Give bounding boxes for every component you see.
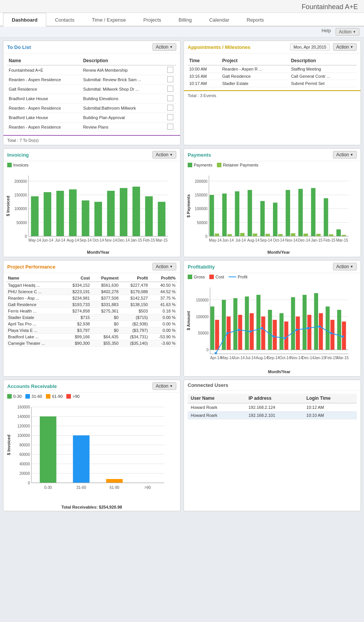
- svg-rect-66: [329, 234, 333, 236]
- table-row: Rearden - Aspen Residence Submittal:Bath…: [7, 104, 176, 113]
- svg-text:Dec-14: Dec-14: [302, 356, 314, 360]
- svg-rect-113: [330, 320, 334, 350]
- perf-col-payment: Payment: [91, 275, 120, 282]
- payments-header: Payments Action: [184, 149, 361, 161]
- svg-text:Jul-14: Jul-14: [55, 238, 66, 242]
- svg-rect-109: [308, 315, 312, 350]
- perf-profit-pct: 0.00 %: [149, 314, 177, 321]
- project-performance-action-button[interactable]: Action: [152, 263, 176, 270]
- appointments-action-button[interactable]: Action: [333, 43, 357, 51]
- table-row: April Tax Pro ... $2,938 $0 ($2,938) 0.0…: [6, 321, 177, 327]
- payments-legend-dot1: [188, 163, 192, 167]
- tab-contacts[interactable]: Contacts: [46, 13, 83, 27]
- svg-text:Jun-14: Jun-14: [222, 238, 234, 242]
- perf-col-profit-pct: Profit%: [149, 275, 177, 282]
- ar-legend-dot-gt-90: [66, 394, 71, 399]
- svg-text:Sep-14: Sep-14: [79, 238, 92, 242]
- app-header: Fountainhead A+E: [0, 0, 364, 13]
- perf-cost: $99,166: [63, 334, 91, 340]
- svg-text:0: 0: [25, 234, 27, 239]
- svg-text:Feb-15: Feb-15: [323, 238, 336, 242]
- payments-legend-payments: Payments: [188, 163, 212, 167]
- svg-text:150000: 150000: [14, 193, 27, 197]
- todo-name: Fountainhead A+E: [7, 65, 82, 75]
- svg-rect-19: [132, 187, 140, 236]
- connected-users-header: Connected Users: [184, 380, 361, 391]
- project-performance-scroll[interactable]: Name Cost Payment Profit Profit% Taggart…: [6, 275, 177, 347]
- invoicing-action-button[interactable]: Action: [152, 151, 176, 159]
- svg-text:Jul-14: Jul-14: [245, 356, 256, 360]
- svg-text:$ Payments: $ Payments: [186, 194, 191, 217]
- perf-profit-pct: 40.50 %: [149, 282, 177, 289]
- profitability-legend: Gross Cost Profit: [184, 273, 361, 281]
- project-performance-title: Project Performance: [7, 264, 55, 270]
- connected-users-table: User Name IP address Login Time Howard R…: [188, 394, 357, 419]
- svg-text:Jan-15: Jan-15: [130, 238, 142, 242]
- todo-checkbox[interactable]: [164, 65, 176, 75]
- help-link[interactable]: Help: [322, 28, 331, 36]
- svg-rect-11: [31, 196, 39, 236]
- toolbar: Help Action: [0, 27, 364, 38]
- todo-desc: Submittal: Review Brick Sam ...: [82, 75, 164, 85]
- svg-rect-110: [314, 293, 318, 350]
- svg-text:140000: 140000: [17, 415, 30, 419]
- perf-name: Stadler Estate: [6, 314, 63, 321]
- svg-rect-107: [296, 317, 300, 350]
- svg-rect-17: [107, 191, 115, 236]
- todo-body: Name Description Fountainhead A+E Renew …: [3, 53, 180, 135]
- perf-profit: ($3,797): [120, 327, 149, 334]
- svg-rect-106: [291, 297, 295, 350]
- ar-title: Accounts Receivable: [7, 383, 57, 389]
- svg-rect-20: [145, 196, 153, 236]
- svg-text:Nov-14: Nov-14: [105, 238, 117, 242]
- ar-action-button[interactable]: Action: [152, 382, 176, 390]
- ar-legend-dot-31-60: [25, 394, 30, 399]
- tab-reports[interactable]: Reports: [238, 13, 273, 27]
- svg-text:100000: 100000: [196, 315, 209, 319]
- table-row: Rearden - Aspen Residence Submittal: Rev…: [7, 75, 176, 85]
- svg-rect-93: [215, 320, 219, 350]
- todo-action-button[interactable]: Action: [152, 43, 176, 51]
- svg-rect-48: [215, 234, 219, 236]
- tab-calendar[interactable]: Calendar: [201, 13, 238, 27]
- svg-text:60000: 60000: [19, 452, 30, 457]
- profitability-action-button[interactable]: Action: [333, 263, 357, 270]
- svg-rect-105: [284, 322, 289, 350]
- profitability-legend-dot-cost: [209, 275, 214, 279]
- svg-text:Month/Year: Month/Year: [87, 250, 110, 254]
- tab-projects[interactable]: Projects: [135, 13, 170, 27]
- svg-rect-21: [158, 202, 165, 236]
- svg-text:May-14: May-14: [221, 356, 234, 360]
- toolbar-action-button[interactable]: Action: [336, 28, 359, 36]
- table-row: Rearden - Asp ... $234,981 $377,508 $142…: [6, 295, 177, 302]
- todo-checkbox[interactable]: [164, 123, 176, 132]
- table-row: 10:00 AM Rearden - Aspen R ... Staffing …: [188, 65, 357, 73]
- ar-legend-31-60: 31-60: [25, 394, 42, 399]
- svg-text:Feb-15: Feb-15: [325, 356, 337, 360]
- svg-text:Month/Year: Month/Year: [267, 250, 290, 254]
- todo-checkbox[interactable]: [164, 85, 176, 94]
- svg-text:Jun-14: Jun-14: [233, 356, 245, 360]
- svg-rect-56: [265, 234, 270, 236]
- svg-point-120: [261, 327, 263, 329]
- todo-checkbox[interactable]: [164, 104, 176, 113]
- todo-checkbox[interactable]: [164, 94, 176, 104]
- tab-dashboard[interactable]: Dashboard: [3, 13, 46, 27]
- perf-payment: $331,883: [91, 302, 120, 308]
- svg-text:20000: 20000: [19, 471, 30, 476]
- svg-rect-97: [238, 315, 242, 350]
- profitability-legend-profit: Profit: [229, 275, 248, 279]
- svg-point-117: [226, 332, 229, 334]
- perf-profit: $142,527: [120, 295, 149, 302]
- svg-rect-12: [44, 192, 51, 236]
- perf-name: PHU Science C ...: [6, 289, 63, 295]
- connected-users-panel: Connected Users User Name IP address Log…: [184, 380, 361, 511]
- tab-billing[interactable]: Billing: [170, 13, 201, 27]
- apt-description: Call General Contr ...: [289, 73, 357, 80]
- svg-text:100000: 100000: [17, 434, 30, 438]
- todo-checkbox[interactable]: [164, 75, 176, 85]
- svg-rect-63: [311, 188, 315, 236]
- todo-checkbox[interactable]: [164, 113, 176, 123]
- tab-time-expense[interactable]: Time / Expense: [83, 13, 135, 27]
- payments-action-button[interactable]: Action: [333, 151, 357, 159]
